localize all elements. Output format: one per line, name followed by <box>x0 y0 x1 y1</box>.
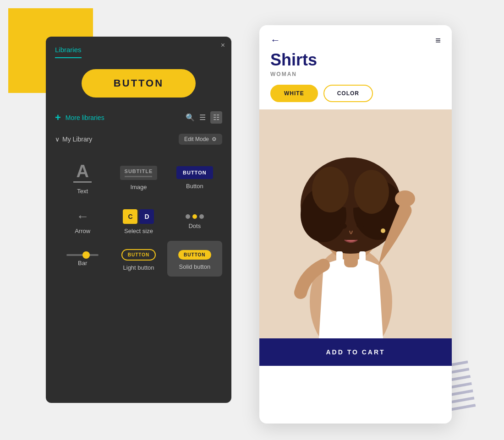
grid-item-bar-label: Bar <box>78 260 87 266</box>
svg-rect-13 <box>336 251 343 267</box>
svg-point-8 <box>312 167 349 212</box>
grid-item-light-button[interactable]: BUTTON Light button <box>111 241 166 277</box>
text-icon-letter: A <box>76 163 88 180</box>
add-library-button[interactable]: + <box>55 112 61 124</box>
app-menu-button[interactable]: ≡ <box>435 35 441 46</box>
grid-item-select-size-label: Select size <box>124 228 153 234</box>
mobile-app-preview: ← ≡ Shirts WOMAN WHITE COLOR <box>259 25 452 424</box>
subtitle-text: SUBTITLE <box>125 168 153 174</box>
svg-point-11 <box>356 223 364 228</box>
search-icon[interactable]: 🔍 <box>186 113 195 122</box>
toolbar-icons: 🔍 ☰ ☷ <box>186 111 222 124</box>
hero-button-wrap: BUTTON <box>46 69 231 98</box>
filter-color-button[interactable]: COLOR <box>323 85 373 102</box>
libraries-panel: × Libraries BUTTON + More libraries 🔍 ☰ … <box>46 37 231 403</box>
svg-point-9 <box>354 170 389 214</box>
grid-view-icon[interactable]: ☷ <box>210 111 222 124</box>
add-to-cart-button[interactable]: ADD TO CART <box>259 338 452 366</box>
bar-icon <box>66 254 99 256</box>
grid-item-text-label: Text <box>77 188 88 195</box>
woman-illustration <box>259 109 452 338</box>
dot-3 <box>199 214 204 219</box>
svg-point-10 <box>340 223 347 229</box>
grid-item-solid-button[interactable]: BUTTON Solid button <box>167 241 222 277</box>
select-size-icon: C D <box>123 209 154 224</box>
list-view-icon[interactable]: ☰ <box>199 113 206 122</box>
solid-button-icon: BUTTON <box>178 250 211 260</box>
light-button-icon: BUTTON <box>121 249 156 261</box>
grid-item-text[interactable]: A Text <box>55 153 110 200</box>
subtitle-bar <box>125 176 152 177</box>
arrow-icon: ← <box>76 209 89 224</box>
app-back-button[interactable]: ← <box>270 34 280 46</box>
dots-icon <box>186 214 204 219</box>
grid-item-image-label: Image <box>130 184 147 190</box>
grid-item-select-size[interactable]: C D Select size <box>111 201 166 240</box>
button-icon: BUTTON <box>176 166 213 179</box>
size-d: D <box>139 209 154 224</box>
app-subtitle: WOMAN <box>259 69 452 77</box>
edit-mode-button[interactable]: Edit Mode ⚙ <box>179 134 222 145</box>
library-title: ∨ My Library <box>55 136 92 143</box>
grid-item-bar[interactable]: Bar <box>55 241 110 277</box>
library-name-label: My Library <box>62 136 92 143</box>
bar-track <box>66 254 99 256</box>
dot-2-active <box>192 214 197 219</box>
grid-item-button[interactable]: BUTTON Button <box>167 153 222 200</box>
svg-rect-14 <box>359 251 366 267</box>
text-icon-underline <box>73 181 92 183</box>
library-row: ∨ My Library Edit Mode ⚙ <box>46 130 231 148</box>
grid-item-button-label: Button <box>186 183 203 190</box>
settings-icon: ⚙ <box>212 136 217 142</box>
button-icon-text: BUTTON <box>183 170 207 175</box>
hero-button[interactable]: BUTTON <box>82 69 196 98</box>
product-image <box>259 109 452 338</box>
grid-item-dots-label: Dots <box>188 223 201 229</box>
app-header: ← ≡ <box>259 25 452 51</box>
subtitle-icon: SUBTITLE <box>120 166 158 180</box>
tab-libraries[interactable]: Libraries <box>55 42 82 58</box>
panel-tabs: Libraries <box>46 42 231 58</box>
items-grid: A Text SUBTITLE Image BUTTON Button <box>46 148 231 281</box>
svg-point-15 <box>381 228 385 233</box>
filter-row: WHITE COLOR <box>259 77 452 109</box>
grid-item-light-button-label: Light button <box>123 264 154 271</box>
dot-1 <box>186 214 190 219</box>
grid-item-image[interactable]: SUBTITLE Image <box>111 153 166 200</box>
grid-item-dots[interactable]: Dots <box>167 201 222 240</box>
grid-item-arrow-label: Arrow <box>75 228 90 234</box>
grid-item-solid-button-label: Solid button <box>179 263 210 270</box>
grid-item-arrow[interactable]: ← Arrow <box>55 201 110 240</box>
bar-thumb <box>82 251 90 259</box>
svg-point-12 <box>395 190 415 207</box>
edit-mode-label: Edit Mode <box>184 136 209 142</box>
size-c: C <box>123 209 137 224</box>
toolbar-row: + More libraries 🔍 ☰ ☷ <box>46 107 231 128</box>
more-libraries-link[interactable]: More libraries <box>66 114 181 121</box>
filter-white-button[interactable]: WHITE <box>270 85 318 102</box>
text-icon: A <box>71 161 94 184</box>
app-title: Shirts <box>259 51 452 69</box>
library-chevron: ∨ <box>55 136 60 143</box>
panel-close-button[interactable]: × <box>221 41 225 49</box>
